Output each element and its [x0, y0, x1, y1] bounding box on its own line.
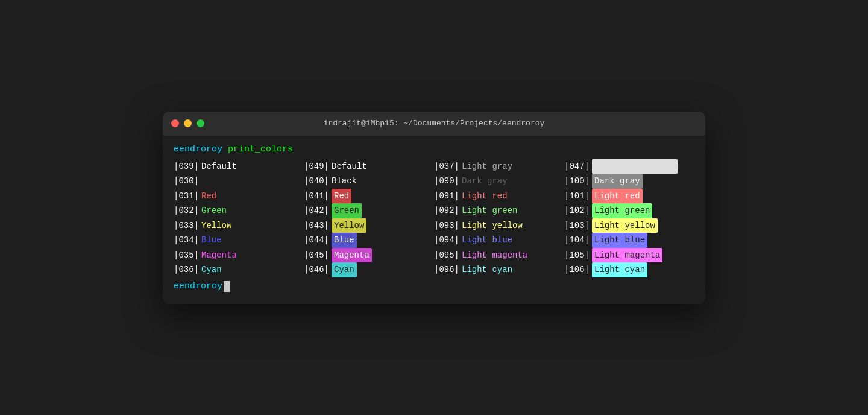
- list-item: |044| Blue: [304, 233, 434, 248]
- list-item: |040| Black: [304, 174, 434, 189]
- color-label: [592, 159, 678, 174]
- color-label: Light green: [592, 203, 652, 218]
- color-code: |039|: [174, 159, 199, 174]
- color-label: Red: [201, 189, 216, 204]
- color-code: |032|: [174, 203, 199, 218]
- list-item: |092| Light green: [434, 203, 564, 218]
- list-item: |043| Yellow: [304, 218, 434, 233]
- color-grid: |039| Default |030| |031| Red |032| Gree…: [174, 159, 694, 277]
- list-item: |037| Light gray: [434, 159, 564, 174]
- color-code: |046|: [304, 262, 329, 277]
- list-item: |103| Light yellow: [564, 218, 694, 233]
- list-item: |035| Magenta: [174, 248, 304, 263]
- color-code: |094|: [434, 233, 459, 248]
- color-code: |037|: [434, 159, 459, 174]
- color-code: |030|: [174, 174, 199, 189]
- color-code: |103|: [564, 218, 590, 233]
- list-item: |030|: [174, 174, 304, 189]
- color-label: Default: [201, 159, 237, 174]
- terminal-prompt-line: eendroroy: [174, 281, 694, 292]
- list-item: |101| Light red: [564, 189, 694, 204]
- color-code: |041|: [304, 189, 329, 204]
- titlebar: indrajit@iMbp15: ~/Documents/Projects/ee…: [163, 112, 705, 136]
- prompt-label: eendroroy: [174, 144, 222, 154]
- list-item: |102| Light green: [564, 203, 694, 218]
- list-item: |034| Blue: [174, 233, 304, 248]
- color-code: |033|: [174, 218, 199, 233]
- color-code: |035|: [174, 248, 199, 263]
- list-item: |031| Red: [174, 189, 304, 204]
- list-item: |042| Green: [304, 203, 434, 218]
- command-line: eendroroy print_colors: [174, 144, 694, 154]
- color-label: Yellow: [201, 218, 231, 233]
- color-label: Light yellow: [592, 218, 658, 233]
- list-item: |095| Light magenta: [434, 248, 564, 263]
- list-item: |106| Light cyan: [564, 262, 694, 277]
- list-item: |045| Magenta: [304, 248, 434, 263]
- color-code: |102|: [564, 203, 590, 218]
- window-title: indrajit@iMbp15: ~/Documents/Projects/ee…: [324, 119, 545, 128]
- color-label: Light yellow: [462, 218, 523, 233]
- list-item: |047|: [564, 159, 694, 174]
- list-item: |094| Light blue: [434, 233, 564, 248]
- color-code: |095|: [434, 248, 459, 263]
- list-item: |036| Cyan: [174, 262, 304, 277]
- list-item: |100| Dark gray: [564, 174, 694, 189]
- color-label: Magenta: [201, 248, 237, 263]
- list-item: |041| Red: [304, 189, 434, 204]
- color-code: |049|: [304, 159, 329, 174]
- color-label: Cyan: [332, 262, 357, 277]
- list-item: |039| Default: [174, 159, 304, 174]
- maximize-button[interactable]: [197, 119, 204, 127]
- color-label: Blue: [332, 233, 357, 248]
- prompt-label-2: eendroroy: [174, 281, 222, 291]
- minimize-button[interactable]: [184, 119, 192, 127]
- list-item: |033| Yellow: [174, 218, 304, 233]
- color-code: |105|: [564, 248, 590, 263]
- list-item: |049| Default: [304, 159, 434, 174]
- col-1: |039| Default |030| |031| Red |032| Gree…: [174, 159, 304, 277]
- color-label: Dark gray: [462, 174, 508, 189]
- terminal-window: indrajit@iMbp15: ~/Documents/Projects/ee…: [163, 112, 705, 304]
- color-label: Light blue: [592, 233, 647, 248]
- color-label: Light cyan: [592, 262, 647, 277]
- list-item: |091| Light red: [434, 189, 564, 204]
- color-label: Light blue: [462, 233, 512, 248]
- color-code: |031|: [174, 189, 199, 204]
- color-label: Green: [332, 203, 362, 218]
- list-item: |046| Cyan: [304, 262, 434, 277]
- color-code: |096|: [434, 262, 459, 277]
- col-2: |049| Default |040| Black |041| Red |042…: [304, 159, 434, 277]
- cursor: [224, 281, 230, 292]
- color-code: |091|: [434, 189, 459, 204]
- list-item: |090| Dark gray: [434, 174, 564, 189]
- color-code: |042|: [304, 203, 329, 218]
- color-label: Light cyan: [462, 262, 512, 277]
- color-code: |090|: [434, 174, 459, 189]
- color-code: |100|: [564, 174, 590, 189]
- color-code: |104|: [564, 233, 590, 248]
- color-label: Light magenta: [462, 248, 527, 263]
- close-button[interactable]: [171, 119, 179, 127]
- color-label: Light magenta: [592, 248, 662, 263]
- color-code: |040|: [304, 174, 329, 189]
- color-label: Black: [332, 174, 357, 189]
- color-label: Light red: [462, 189, 508, 204]
- traffic-lights: [171, 119, 204, 127]
- list-item: |093| Light yellow: [434, 218, 564, 233]
- color-code: |043|: [304, 218, 329, 233]
- col-3: |037| Light gray |090| Dark gray |091| L…: [434, 159, 564, 277]
- color-code: |034|: [174, 233, 199, 248]
- color-code: |044|: [304, 233, 329, 248]
- list-item: |104| Light blue: [564, 233, 694, 248]
- color-label: Light green: [462, 203, 517, 218]
- color-label: Cyan: [201, 262, 222, 277]
- color-code: |047|: [564, 159, 590, 174]
- color-label: Green: [201, 203, 227, 218]
- color-label: Blue: [201, 233, 222, 248]
- color-code: |036|: [174, 262, 199, 277]
- color-code: |101|: [564, 189, 590, 204]
- color-label: Dark gray: [592, 174, 643, 189]
- color-label: Yellow: [332, 218, 366, 233]
- color-label: Light red: [592, 189, 643, 204]
